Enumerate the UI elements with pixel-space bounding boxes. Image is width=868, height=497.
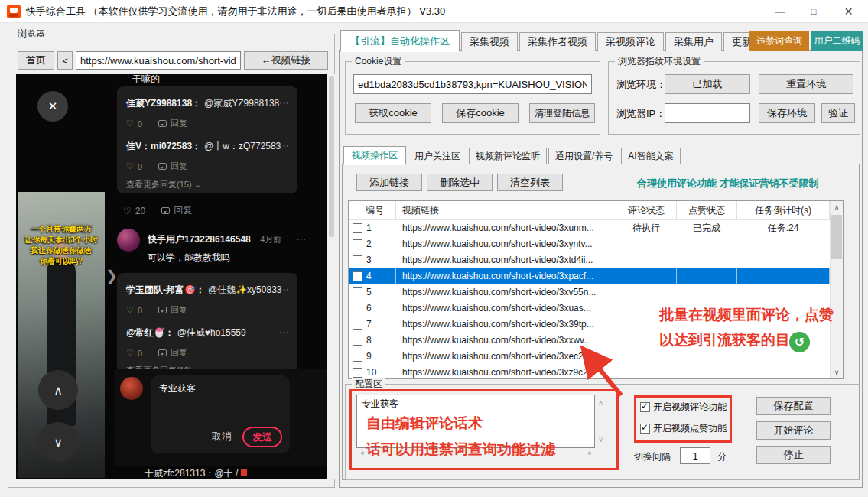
column-header[interactable]: 视频链接 <box>396 201 616 219</box>
get-cookie-button[interactable]: 获取cookie <box>355 103 431 123</box>
more-options-icon[interactable]: ⋯ <box>279 97 290 109</box>
row-checkbox[interactable] <box>353 255 362 265</box>
reply-meta[interactable]: ♡0 回复 <box>126 161 187 172</box>
video-link-button[interactable]: ←视频链接 <box>244 51 328 70</box>
more-options-icon[interactable]: ⋯ <box>279 140 290 151</box>
row-url: https://www.kuaishou.com/short-video/3x3… <box>396 317 616 333</box>
scrollbar-thumb[interactable] <box>831 215 842 259</box>
delete-selected-button[interactable]: 删除选中 <box>427 174 493 191</box>
row-checkbox[interactable] <box>353 223 362 233</box>
avatar[interactable] <box>117 229 140 252</box>
browser-ip-input[interactable] <box>665 103 750 123</box>
column-header[interactable]: 评论状态 <box>616 201 677 219</box>
more-options-icon[interactable]: ⋯ <box>279 326 290 338</box>
tab-collect-users[interactable]: 采集用户 <box>665 32 722 51</box>
home-button[interactable]: 首页 <box>18 51 54 70</box>
scroll-down-icon[interactable]: ∨ <box>831 366 843 378</box>
comment-input-box[interactable]: 专业获客 取消 发送 <box>151 375 290 453</box>
row-checkbox[interactable] <box>353 287 362 297</box>
tab-collect-comments[interactable]: 采视频评论 <box>597 32 664 51</box>
table-row[interactable]: 3 https://www.kuaishou.com/short-video/3… <box>349 252 843 268</box>
row-checkbox[interactable] <box>353 352 362 362</box>
save-cookie-button[interactable]: 保存cookie <box>442 103 519 123</box>
row-like-status <box>677 365 737 379</box>
comment-meta[interactable]: ♡20 回复 <box>123 204 192 217</box>
checkbox-icon[interactable] <box>640 424 650 434</box>
tab-automation[interactable]: 【引流】自动化操作区 <box>340 30 460 52</box>
row-url: https://www.kuaishou.com/short-video/3xy… <box>396 236 616 252</box>
column-header[interactable]: 任务倒计时(s) <box>737 201 830 219</box>
table-row[interactable]: 10 https://www.kuaishou.com/short-video/… <box>349 365 843 379</box>
send-button[interactable]: 发送 <box>242 427 282 447</box>
tab-user-follow[interactable]: 用户关注区 <box>408 148 467 164</box>
column-header[interactable]: 编号 <box>349 201 396 219</box>
browser-scrollbar[interactable] <box>327 74 335 479</box>
column-header[interactable]: 点赞状态 <box>677 201 737 219</box>
reset-env-button[interactable]: 重置环境 <box>759 74 853 94</box>
add-link-button[interactable]: 添加链接 <box>356 174 422 191</box>
table-scrollbar[interactable]: ∧ ∨ <box>830 201 843 378</box>
row-checkbox[interactable] <box>353 336 362 346</box>
back-button[interactable]: < <box>57 51 73 70</box>
url-input[interactable] <box>76 51 241 70</box>
more-options-icon[interactable]: ⋯ <box>296 233 307 245</box>
table-row[interactable]: 5 https://www.kuaishou.com/short-video/3… <box>349 284 843 300</box>
verify-button[interactable]: 验证 <box>821 103 855 123</box>
chevron-up-icon[interactable]: ∧ <box>54 383 63 398</box>
avatar[interactable] <box>120 377 143 400</box>
enable-comment-checkbox[interactable]: 开启视频评论功能 <box>640 401 727 414</box>
tab-collect-author-videos[interactable]: 采集作者视频 <box>519 32 596 51</box>
close-button[interactable]: ✕ <box>831 0 866 23</box>
tab-collect-videos[interactable]: 采集视频 <box>461 32 518 51</box>
more-options-icon[interactable]: ⋯ <box>279 284 290 295</box>
reply-box: 佳葳YZ9988138：@家威YZ9988138 ⋯ ♡0 回复 佳V：mi07… <box>117 86 297 193</box>
reply-meta[interactable]: ♡0 回复 <box>126 304 187 316</box>
cookie-group: Cookie设置 获取cookie 保存cookie 清理登陆信息 <box>345 61 600 135</box>
table-row[interactable]: 4 https://www.kuaishou.com/short-video/3… <box>349 268 843 284</box>
env-loaded-button[interactable]: 已加载 <box>665 74 750 94</box>
tab-general-settings[interactable]: 通用设置/养号 <box>548 148 619 164</box>
reply-meta[interactable]: ♡0 回复 <box>126 347 187 359</box>
interval-input[interactable] <box>680 447 710 464</box>
row-checkbox[interactable] <box>353 239 362 249</box>
chevron-down-icon[interactable]: ∨ <box>54 435 63 450</box>
tab-new-comment-monitor[interactable]: 视频新评论监听 <box>469 148 547 164</box>
start-comment-button[interactable]: 开始评论 <box>756 421 831 440</box>
banned-words-button[interactable]: 违禁词查询 <box>749 31 809 51</box>
scroll-up-icon[interactable]: ∧ <box>831 201 843 213</box>
table-row[interactable]: 1 https://www.kuaishou.com/short-video/3… <box>349 220 843 236</box>
row-checkbox[interactable] <box>353 304 362 313</box>
enable-like-checkbox[interactable]: 开启视频点赞功能 <box>640 422 727 435</box>
clear-list-button[interactable]: 清空列表 <box>497 174 563 191</box>
tab-ai-copywriting[interactable]: AI智能文案 <box>621 148 680 164</box>
view-more-replies[interactable]: 查看更多回复(15) ⌄ <box>126 179 201 190</box>
reply-meta[interactable]: ♡0 回复 <box>126 118 187 129</box>
clear-login-button[interactable]: 清理登陆信息 <box>529 103 595 123</box>
user-qr-button[interactable]: 用户二维码 <box>811 31 863 51</box>
row-checkbox[interactable] <box>353 271 362 281</box>
cookie-input[interactable] <box>353 74 592 94</box>
comment-bubble-icon <box>158 163 167 170</box>
scrollbar-thumb[interactable] <box>329 76 334 237</box>
maximize-button[interactable]: □ <box>797 0 831 23</box>
scroll-down-icon[interactable]: ∨ <box>598 435 603 443</box>
cancel-button[interactable]: 取消 <box>212 430 232 443</box>
row-checkbox[interactable] <box>353 368 362 378</box>
scroll-left-icon[interactable]: ◄ <box>359 450 365 456</box>
scroll-right-icon[interactable]: ► <box>587 450 593 456</box>
checkbox-icon[interactable] <box>640 402 650 412</box>
reply-box: 学玉团队-邦富🎯：@佳魏✨xy50833 ⋯ ♡0 回复 @常红🍧：@佳威♥ho… <box>117 273 297 374</box>
emoji-badge <box>241 469 247 476</box>
table-row[interactable]: 2 https://www.kuaishou.com/short-video/3… <box>349 236 843 252</box>
save-env-button[interactable]: 保存环境 <box>759 103 815 123</box>
table-row[interactable]: 9 https://www.kuaishou.com/short-video/3… <box>349 349 843 365</box>
tab-video-ops[interactable]: 视频操作区 <box>343 146 406 165</box>
scroll-up-icon[interactable]: ∧ <box>598 398 603 407</box>
env-label: 浏览环境： <box>616 78 666 92</box>
row-comment-status <box>616 252 677 268</box>
minimize-button[interactable]: — <box>763 0 797 23</box>
row-checkbox[interactable] <box>353 320 362 330</box>
save-config-button[interactable]: 保存配置 <box>756 397 831 415</box>
stop-button[interactable]: 停止 <box>756 446 831 464</box>
video-close-icon[interactable]: ✕ <box>37 91 68 122</box>
